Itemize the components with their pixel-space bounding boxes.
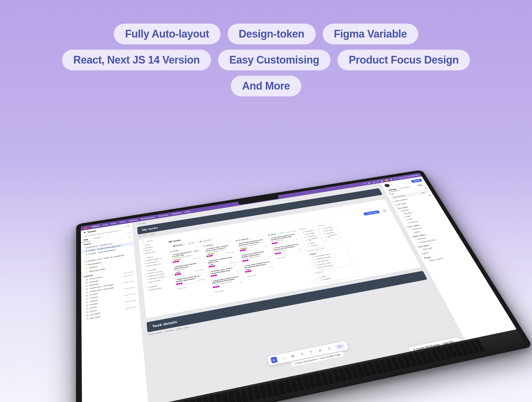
dropbox-icon[interactable]: ⬡ [364,183,366,184]
control-center-icon[interactable]: ☰ [394,178,397,179]
view-tab-list[interactable]: ☰ List [185,241,197,246]
avatar[interactable] [384,184,390,187]
chevron-down-icon[interactable]: ⌄ [123,225,125,227]
dropdown-menu: ☐Reviewer☐Due date☐Assignee☐Completed on [318,224,341,241]
battery-icon[interactable]: 🔋 [390,178,393,180]
tool-shape[interactable]: ⊞ [288,353,297,360]
menu-item[interactable]: File [103,223,108,226]
status-icon[interactable]: ◐ [368,182,371,184]
file-title[interactable]: TaskIn [87,230,96,233]
opacity-value[interactable]: 100 👁 [420,191,428,194]
app-brand: taskin [147,240,153,242]
page-label: Page [389,192,395,195]
menu-item[interactable]: Window [172,212,182,215]
menu-item[interactable]: History [129,219,138,222]
sidebar-toggle-icon[interactable]: ◫ [127,224,129,227]
feature-pills: Fully Auto-layout Design-token Figma Var… [0,24,532,96]
sort-icon[interactable]: ↕ [432,198,434,200]
figma-icon[interactable]: ◉ [380,180,383,182]
menu-app[interactable]: Safari [92,225,100,228]
export-heading[interactable]: Export [421,252,429,255]
variables-icon[interactable]: ⊞ [424,187,427,189]
add-icon[interactable]: + [461,245,463,247]
menu-item[interactable]: Help [185,210,191,213]
tool-actions[interactable]: ⬡ [325,345,334,352]
pill: And More [231,76,301,96]
tool-pen[interactable]: ✎ [298,351,307,358]
status-icon[interactable]: ⊙ [377,181,379,182]
pill: Easy Customising [218,50,330,70]
tool-text[interactable]: T [307,349,315,356]
tool-move[interactable]: ▸ [270,356,278,364]
status-icon[interactable]: ☁ [372,181,375,183]
tool-dev[interactable]: </> [334,343,345,350]
share-button[interactable]: Share [411,179,423,183]
page-color-hex[interactable]: D2D6DC [396,194,406,197]
board-column: Done✓ Done10 hours ago• Close [Second] A… [267,229,305,260]
menu-item[interactable]: View [119,221,126,223]
pill: Figma Variable [323,24,418,44]
add-page-icon[interactable]: + [129,236,131,238]
wifi-icon[interactable]: 📶 [385,179,388,181]
pill: Product Focus Design [338,50,470,70]
menu-item[interactable]: Edit [111,222,116,225]
pill: Design-token [228,24,316,44]
figma-logo-icon[interactable]: ✦ [83,231,86,234]
tool-frame[interactable]: ⬚ [279,354,288,362]
settings-icon[interactable]: ⚙ [429,194,432,197]
search-icon[interactable] [127,232,130,234]
present-icon[interactable]: ▷ [390,184,393,186]
board-column: To Do6+ ⋯• Create Wireframes – User Prof… [169,245,208,291]
dropdown-menu: ☐Edit☐Projects [315,268,358,284]
chevron-down-icon[interactable]: ⌄ [393,183,396,185]
pill: Fully Auto-layout [114,24,220,44]
tool-comment[interactable]: ✕ [316,347,325,354]
pill: React, Next JS 14 Version [62,50,211,70]
laptop-bezel: 🍎 Safari File Edit View History Bookmark… [76,170,532,402]
avatar[interactable] [382,209,387,213]
apple-icon[interactable]: 🍎 [84,226,88,229]
